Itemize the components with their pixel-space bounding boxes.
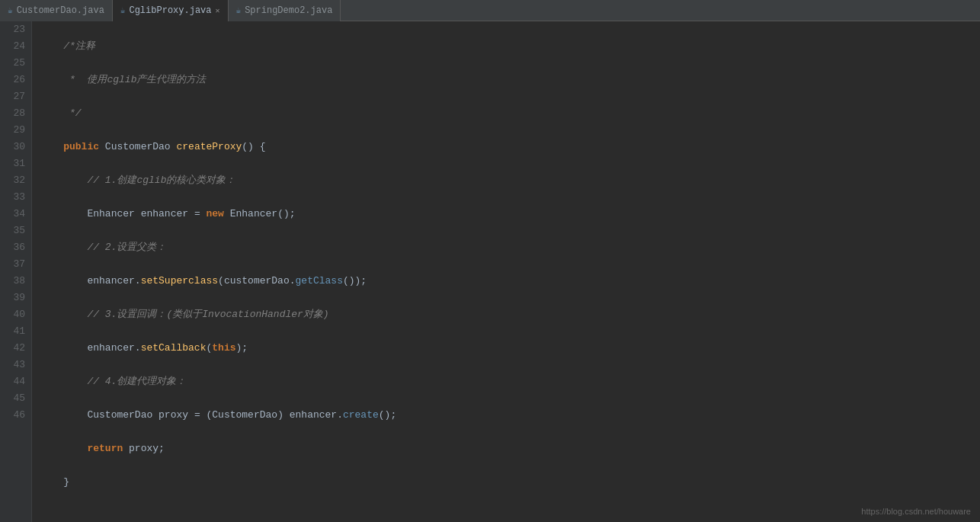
tab-label: CustomerDao.java: [17, 5, 104, 16]
line-numbers: 23 24 25 26 27 28 29 30 31 32 33 34 35 3…: [0, 21, 32, 522]
watermark: https://blog.csdn.net/houware: [861, 507, 971, 516]
tab-customerDao[interactable]: ☕ CustomerDao.java: [0, 0, 113, 21]
java-icon: ☕: [120, 5, 126, 15]
code-area: 23 24 25 26 27 28 29 30 31 32 33 34 35 3…: [0, 21, 980, 522]
java-icon: ☕: [236, 5, 242, 15]
java-icon: ☕: [8, 5, 13, 15]
code-content[interactable]: /*注释 * 使用cglib产生代理的方法 */ public Customer…: [32, 21, 980, 522]
tab-bar: ☕ CustomerDao.java ☕ CglibProxy.java ✕ ☕…: [0, 0, 980, 21]
tab-label: SpringDemo2.java: [245, 5, 332, 16]
close-icon[interactable]: ✕: [216, 6, 220, 15]
tab-cglibProxy[interactable]: ☕ CglibProxy.java ✕: [113, 0, 229, 21]
tab-springDemo2[interactable]: ☕ SpringDemo2.java: [229, 0, 341, 21]
tab-label: CglibProxy.java: [129, 5, 211, 16]
